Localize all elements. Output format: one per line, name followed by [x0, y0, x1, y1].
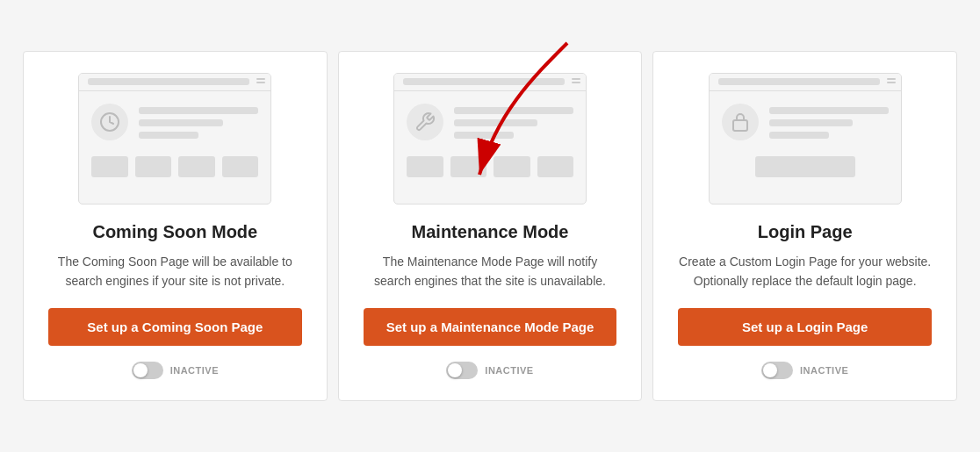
maintenance-status: INACTIVE: [485, 365, 533, 376]
login-status: INACTIVE: [800, 365, 848, 376]
cards-container: Coming Soon Mode The Coming Soon Page wi…: [18, 51, 962, 401]
maintenance-footer: INACTIVE: [446, 362, 533, 379]
maintenance-title: Maintenance Mode: [412, 222, 569, 242]
coming-soon-toggle[interactable]: [132, 362, 163, 379]
coming-soon-title: Coming Soon Mode: [92, 222, 257, 242]
lock-icon-area: [722, 104, 759, 140]
maintenance-toggle[interactable]: [446, 362, 478, 379]
coming-soon-status: INACTIVE: [170, 365, 219, 376]
maintenance-illustration: [393, 73, 587, 204]
login-description: Create a Custom Login Page for your webs…: [678, 253, 932, 291]
login-button[interactable]: Set up a Login Page: [678, 308, 932, 346]
coming-soon-description: The Coming Soon Page will be available t…: [48, 253, 302, 291]
maintenance-card: Maintenance Mode The Maintenance Mode Pa…: [338, 51, 643, 401]
wrench-icon-area: [407, 104, 443, 140]
svg-rect-2: [733, 120, 747, 131]
toggle-knob: [448, 363, 462, 377]
maintenance-button[interactable]: Set up a Maintenance Mode Page: [364, 308, 617, 346]
toggle-knob: [763, 363, 777, 377]
login-toggle[interactable]: [761, 362, 793, 379]
coming-soon-footer: INACTIVE: [132, 362, 219, 379]
coming-soon-card: Coming Soon Mode The Coming Soon Page wi…: [23, 51, 328, 401]
login-footer: INACTIVE: [761, 362, 848, 379]
toggle-knob: [133, 363, 148, 377]
clock-icon-area: [91, 104, 128, 140]
login-title: Login Page: [758, 222, 853, 242]
login-card: Login Page Create a Custom Login Page fo…: [652, 51, 957, 401]
maintenance-description: The Maintenance Mode Page will notify se…: [364, 253, 617, 291]
wrench-icon: [414, 111, 436, 133]
coming-soon-illustration: [78, 73, 271, 204]
lock-icon: [731, 111, 750, 133]
coming-soon-button[interactable]: Set up a Coming Soon Page: [48, 308, 302, 346]
login-illustration: [709, 73, 902, 204]
clock-icon: [99, 111, 120, 133]
